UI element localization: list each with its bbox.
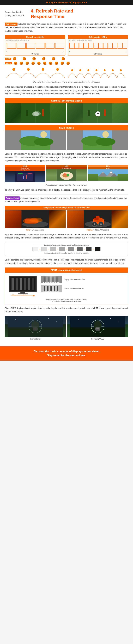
svg-rect-31 [26,110,28,116]
ball-rows: 60Hz 120Hz [5,57,128,65]
waveform-120-container: 120 frames displayed in one second 0 [68,39,128,55]
header-title: A Quick Overview of Displays Vol.4 [49,1,87,4]
balls-row-60: 60Hz [5,57,128,60]
svg-point-15 [12,68,15,71]
mprt-more-blur-label: Display with more motion blur [64,279,85,280]
gray-box-2 [41,247,47,251]
mprt-right: Display with more motion blur [41,274,126,298]
title-main: Refresh Rate and Response Time [31,8,73,19]
oled-conventional-img [5,316,66,337]
mprt-section: MPRT measurement concept [5,268,128,304]
page-container: 👁 A Quick Overview of Displays Vol.4 Con… [0,0,133,360]
hz-comparison: Refresh rate : 60Hz 60 frames displayed … [5,35,128,56]
arrow-3: → [56,248,59,250]
svg-rect-89 [20,278,22,290]
gray-box-5 [68,247,74,251]
svg-rect-54 [28,174,32,174]
oled-samsung-box: Samsung OLED [67,316,128,340]
response-fraction-fast: = 3/100,000 second [93,229,109,231]
response-label-slow: 5ms = 5/1,000 second [5,229,66,231]
gray-box-1 [32,247,38,251]
svg-rect-32 [42,109,44,116]
arrow-5: → [74,248,76,250]
vrr-item-60: 60Hz Regular videos [46,165,87,182]
food-svg [46,169,87,181]
header-bar: 👁 A Quick Overview of Displays Vol.4 [0,0,133,5]
refresh-rate-text: indicates how many frames can be display… [5,23,126,32]
ball-60-3 [32,57,36,60]
ball-120-10 [66,62,70,65]
mprt-monitor-area: Pattern movement direction [7,274,39,298]
game-img-60: 60Hz [5,103,66,123]
mprt-intro: Unlike standard response time, MPRT(Moti… [5,258,128,265]
ball-60-4 [42,57,46,60]
svg-point-102 [48,318,49,319]
hz-120-axis: 0 1 [69,51,127,52]
ball-60-1 [13,57,16,60]
svg-rect-93 [20,292,25,294]
mprt-blur-row-more: Display with more motion blur [41,276,126,283]
landscape-120-svg [67,130,128,150]
oled-body: Since OLED displays do not require liqui… [5,306,128,314]
ball-120-1 [14,62,17,65]
moto-img-blur [5,210,66,228]
refresh-rate-intro: Refresh rate indicates how many frames c… [5,22,128,33]
response-comparison: Comparison of afterimage based on respon… [5,206,128,231]
response-ms-fast: 0.03ms [86,229,92,231]
hz-60-frames: 60 frames [6,53,64,55]
svg-rect-88 [16,278,18,290]
svg-point-24 [112,69,114,71]
response-time-intro: To enjoy clean image quality without aft… [5,188,128,192]
arc-svg [5,66,128,80]
arrow-7: → [92,248,94,250]
soccer-60-svg [5,103,66,123]
ball-120-2 [20,62,23,65]
response-body2: Typically, it is measured by how long it… [5,233,128,240]
concept-caption: Measures the time it takes for pixel bri… [7,252,126,254]
svg-rect-87 [12,278,14,290]
static-img-10: 10Hz [5,130,66,150]
mprt-inner: Pattern movement direction [7,274,126,298]
main-content: Refresh rate indicates how many frames c… [0,21,133,345]
waveform-60-svg [6,41,64,50]
response-time-badge: Response time [5,196,20,200]
svg-rect-90 [24,278,26,290]
response-label-fast: 0.03ms = 3/100,000 second [67,229,128,231]
ball-120-9 [61,62,64,65]
vrr-item-120: 120Hz Games/Fast- moving videos [5,165,46,182]
svg-rect-39 [88,110,90,116]
page-subtitle: Concepts related to display performance [5,11,24,16]
ball-120-4 [32,62,35,65]
gray-box-6 [77,247,83,251]
svg-rect-56 [26,175,27,179]
hz-120-one: 1 [126,51,126,52]
vrr-img-game [5,171,46,182]
game-svg [5,171,46,182]
mountain-svg [88,169,128,181]
vrr-img-mountain [88,169,128,181]
subtitle-left: Concepts related to display performance [5,10,28,17]
static-images: 10Hz 120Hz [5,130,128,150]
game-img-120: 120Hz [67,103,128,123]
hz-box-60: Refresh rate : 60Hz 60 frames displayed … [5,35,65,56]
svg-point-50 [102,131,109,138]
arc-section [5,66,128,80]
svg-text:Pattern movement direction: Pattern movement direction [12,294,28,296]
ball-label-120: 120Hz [5,62,12,64]
balls-track-120 [12,62,128,65]
svg-point-82 [100,223,102,225]
svg-point-114 [118,321,119,322]
arrow-1: → [38,248,41,250]
mprt-caption: After moving the screen pattern at a con… [7,298,126,302]
vrr-img-food [46,169,87,181]
hz-120-subtitle: 120 frames displayed in one second [69,40,127,41]
static-section: Static images 10Hz 120Hz [5,125,128,150]
response-time-body: Response time indicates how quickly the … [5,196,128,204]
svg-point-103 [56,321,57,322]
svg-point-22 [96,69,98,71]
concept-title: ————— Concept of standard display respon… [7,244,126,246]
oled-conventional-label: Conventional [5,338,66,340]
arc-caption: The higher the refresh rate, the smoothe… [5,81,128,83]
moto-clear-svg [67,210,128,228]
arrow-2: → [48,248,50,250]
